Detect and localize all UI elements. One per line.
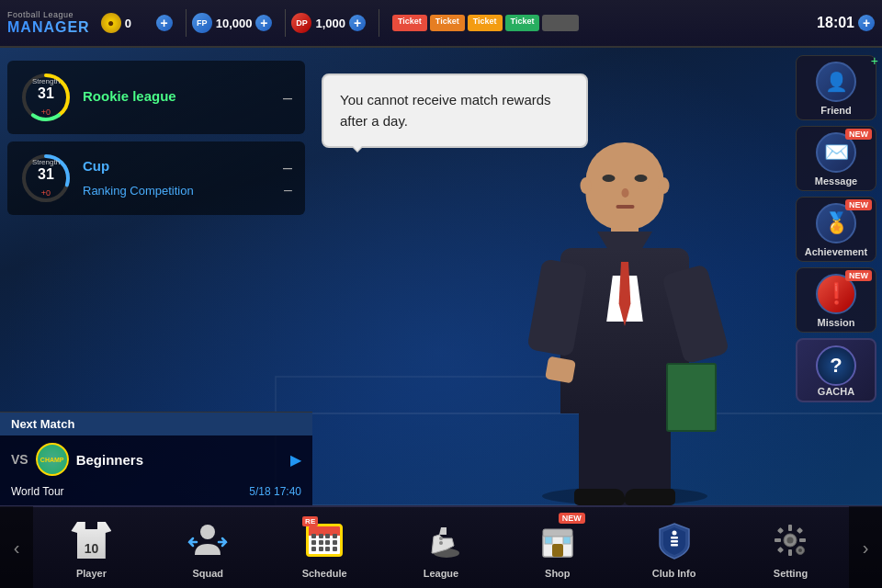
bottom-nav: ‹ 10 Player bbox=[0, 505, 882, 588]
svg-point-22 bbox=[787, 537, 794, 544]
rookie-league-info: Rookie league – bbox=[83, 88, 292, 107]
strength-label-2: Strength bbox=[32, 158, 60, 166]
svg-rect-18 bbox=[671, 540, 678, 543]
add-fp-button[interactable]: + bbox=[255, 15, 272, 31]
world-tour-row: World Tour 5/18 17:40 bbox=[0, 483, 312, 505]
nav-schedule[interactable]: RE Schedule bbox=[293, 511, 356, 584]
achievement-label: Achievement bbox=[805, 246, 867, 257]
logo-main-text: MANAGER bbox=[7, 19, 90, 36]
nav-squad[interactable]: Squad bbox=[176, 511, 239, 584]
fp-value: 10,000 bbox=[216, 17, 253, 30]
cup-league-section: Strength 31 +0 Cup – Ranking Competition… bbox=[7, 141, 305, 215]
next-match-header: Next Match bbox=[0, 413, 312, 435]
nav-shop[interactable]: NEW Shop bbox=[526, 511, 589, 584]
svg-point-8 bbox=[200, 525, 215, 539]
club-info-icon bbox=[652, 518, 696, 562]
left-panel: Strength 31 +0 Rookie league – bbox=[0, 48, 312, 505]
nav-club-info[interactable]: Club Info bbox=[643, 511, 706, 584]
strength-value-1: 31 bbox=[32, 85, 60, 102]
rookie-league-section: Strength 31 +0 Rookie league – bbox=[7, 61, 305, 134]
add-dp-button[interactable]: + bbox=[349, 15, 366, 31]
svg-rect-25 bbox=[775, 538, 781, 542]
shop-icon bbox=[536, 518, 580, 562]
nav-schedule-label: Schedule bbox=[302, 568, 347, 579]
nav-setting[interactable]: Setting bbox=[759, 511, 821, 584]
mission-button[interactable]: NEW ❗ Mission bbox=[796, 267, 876, 333]
time-display: 18:01 + bbox=[817, 15, 875, 31]
add-coin-button[interactable]: + bbox=[156, 15, 173, 31]
dialog-message: You cannot receive match rewards after a… bbox=[340, 92, 551, 129]
friend-button[interactable]: 👤 + Friend bbox=[796, 55, 876, 120]
gacha-label: GACHA bbox=[818, 386, 854, 397]
svg-rect-19 bbox=[671, 544, 678, 547]
ticket-2[interactable]: Ticket bbox=[430, 15, 465, 31]
svg-rect-30 bbox=[797, 527, 803, 534]
vs-text: VS bbox=[11, 452, 28, 467]
friend-label: Friend bbox=[820, 105, 852, 116]
divider-1 bbox=[186, 9, 187, 37]
world-tour-label: World Tour bbox=[11, 485, 64, 498]
fp-currency: FP 10,000 + bbox=[192, 13, 273, 33]
ticket-1[interactable]: Ticket bbox=[392, 15, 427, 31]
match-arrow-icon[interactable]: ▶ bbox=[290, 451, 301, 469]
team-name: Beginners bbox=[76, 452, 283, 468]
cup-league-name: Cup bbox=[83, 158, 109, 174]
coach-character bbox=[487, 119, 763, 505]
ticket-4[interactable]: Ticket bbox=[505, 15, 540, 31]
nav-prev-arrow[interactable]: ‹ bbox=[0, 506, 33, 588]
add-time-button[interactable]: + bbox=[858, 15, 875, 31]
svg-rect-26 bbox=[799, 538, 806, 542]
nav-next-arrow[interactable]: › bbox=[849, 506, 882, 588]
nav-league-label: League bbox=[424, 568, 459, 579]
svg-rect-16 bbox=[563, 537, 571, 544]
next-match-title: Next Match bbox=[11, 417, 74, 431]
svg-rect-14 bbox=[552, 544, 563, 557]
league-icon bbox=[419, 518, 463, 562]
match-row: VS CHAMP Beginners ▶ bbox=[0, 435, 312, 483]
nav-league[interactable]: League bbox=[410, 511, 472, 584]
achievement-button[interactable]: NEW 🏅 Achievement bbox=[796, 197, 876, 262]
header-bar: Football League MANAGER ● 0 + FP 10,000 … bbox=[0, 0, 882, 48]
dp-currency: DP 1,000 + bbox=[291, 13, 366, 33]
nav-items-container: 10 Player Squad bbox=[33, 507, 849, 588]
ticket-3[interactable]: Ticket bbox=[468, 15, 503, 31]
strength-plus-1: +0 bbox=[41, 107, 51, 116]
match-time: 5/18 17:40 bbox=[249, 485, 301, 498]
svg-point-10 bbox=[439, 537, 443, 540]
dp-icon: DP bbox=[291, 13, 311, 33]
svg-rect-23 bbox=[788, 525, 792, 531]
svg-rect-29 bbox=[777, 547, 784, 553]
cup-strength-circle: Strength 31 +0 bbox=[20, 153, 72, 204]
logo-top-text: Football League bbox=[7, 10, 74, 19]
achievement-new-badge: NEW bbox=[845, 199, 872, 210]
mission-label: Mission bbox=[818, 317, 855, 328]
svg-rect-13 bbox=[543, 529, 572, 537]
app-logo: Football League MANAGER bbox=[7, 10, 90, 36]
message-label: Message bbox=[815, 175, 857, 187]
divider-2 bbox=[285, 9, 286, 37]
gacha-button[interactable]: ? GACHA bbox=[796, 338, 876, 402]
friend-icon: 👤 + bbox=[816, 62, 856, 102]
gacha-icon: ? bbox=[816, 345, 856, 386]
rookie-league-name: Rookie league bbox=[83, 88, 176, 104]
nav-club-info-label: Club Info bbox=[652, 568, 696, 579]
rookie-strength-circle: Strength 31 +0 bbox=[20, 72, 72, 123]
nav-shop-label: Shop bbox=[545, 568, 571, 579]
schedule-icon: RE bbox=[302, 518, 346, 562]
mission-new-badge: NEW bbox=[845, 270, 872, 281]
message-button[interactable]: NEW ✉️ Message bbox=[796, 126, 876, 191]
svg-rect-24 bbox=[788, 549, 792, 556]
rookie-dash: – bbox=[283, 88, 292, 107]
clock-time: 18:01 bbox=[817, 15, 854, 31]
svg-point-20 bbox=[672, 531, 676, 536]
strength-value-2: 31 bbox=[32, 166, 60, 183]
ranking-competition: Ranking Competition – bbox=[83, 182, 292, 198]
strength-plus-2: +0 bbox=[41, 187, 51, 197]
coin-currency: ● 0 + bbox=[101, 13, 173, 33]
nav-player[interactable]: 10 Player bbox=[60, 511, 122, 584]
dialog-bubble: You cannot receive match rewards after a… bbox=[322, 74, 588, 148]
right-sidebar: 👤 + Friend NEW ✉️ Message NEW 🏅 Achievem… bbox=[790, 48, 882, 410]
player-icon: 10 bbox=[69, 518, 113, 562]
sub-league-name: Ranking Competition bbox=[83, 184, 194, 198]
svg-point-32 bbox=[798, 548, 802, 552]
